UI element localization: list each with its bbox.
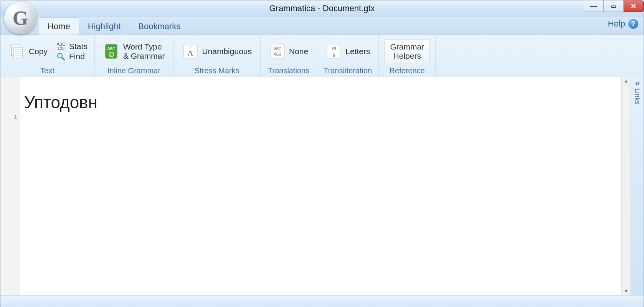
window-title: Grammatica - Document.gtx [269,3,375,13]
tab-home[interactable]: Home [39,17,79,35]
find-label: Find [69,52,85,61]
transliteration-icon: ya↓я [325,43,342,60]
stats-label: Stats [69,42,88,51]
letters-label: Letters [345,47,370,56]
popout-icon: ⧉ [636,80,639,87]
stress-a-icon: ′A [182,43,199,60]
tab-highlight[interactable]: Highlight [79,17,130,35]
window-controls: — ▭ ✕ [584,0,644,13]
word-type-grammar-button[interactable]: ABCN Word Type & Grammar [100,41,168,62]
svg-text:N: N [110,53,112,56]
ribbon-group-stress-marks: ′A Unambiguous Stress Marks [173,35,261,77]
group-label-transliteration: Transliteration [324,66,372,76]
svg-text:АБВ: АБВ [274,52,281,56]
group-label-text: Text [40,66,54,76]
copy-icon [9,43,26,60]
ribbon-group-inline-grammar: ABCN Word Type & Grammar Inline Grammar [95,35,174,77]
document-area: 1 Уптодовн ▲ ▼ ⧉ Links [0,77,644,295]
help-button[interactable]: Help ? [608,19,638,29]
svg-rect-1 [14,47,22,58]
copy-button[interactable]: Copy [6,41,51,61]
stats-button[interactable]: ABC123 Stats [54,42,89,51]
group-label-stress-marks: Stress Marks [195,66,239,76]
ribbon-group-translations: ABCАБВ None Translations [261,35,317,77]
group-label-translations: Translations [268,66,309,76]
letters-button[interactable]: ya↓я Letters [322,41,373,61]
ribbon-tab-strip: Home Highlight Bookmarks Help ? [0,17,644,35]
word-type-line1: Word Type [123,42,165,51]
find-button[interactable]: Find [54,52,89,61]
translations-icon: ABCАБВ [269,43,286,60]
book-icon: ABCN [103,43,120,60]
stats-icon: ABC123 [56,42,66,51]
unambiguous-label: Unambiguous [202,47,252,56]
line-text: Уптодовн [24,93,97,112]
copy-label: Copy [29,47,48,56]
translations-none-button[interactable]: ABCАБВ None [266,41,311,61]
line-number: 1 [14,114,17,120]
grammar-helpers-line2: Helpers [390,51,424,61]
ribbon-group-reference: Grammar Helpers Reference [379,35,436,77]
title-bar: G Grammatica - Document.gtx — ▭ ✕ [0,0,644,17]
translations-none-label: None [289,47,308,56]
svg-rect-16 [271,44,284,59]
svg-text:я: я [333,53,335,58]
unambiguous-button[interactable]: ′A Unambiguous [179,41,255,61]
app-menu-letter: G [13,7,28,30]
tab-label: Bookmarks [138,21,180,31]
minimize-button[interactable]: — [584,0,604,12]
find-icon [56,52,66,61]
app-menu-button[interactable]: G [4,2,36,34]
group-label-inline-grammar: Inline Grammar [107,66,160,76]
ribbon-group-transliteration: ya↓я Letters Transliteration [317,35,379,77]
links-label: Links [633,88,641,104]
line-gutter [0,77,20,295]
status-bar [0,295,644,307]
ribbon-group-text: Copy ABC123 Stats Find [0,35,95,77]
document-line[interactable]: 1 Уптодовн [24,89,614,116]
minimize-icon: — [590,3,597,10]
maximize-icon: ▭ [611,3,616,9]
editor[interactable]: 1 Уптодовн [20,77,621,295]
help-icon: ? [628,19,638,29]
scroll-down-icon[interactable]: ▼ [622,287,631,295]
help-label: Help [608,19,625,29]
svg-line-7 [62,58,64,60]
tab-bookmarks[interactable]: Bookmarks [129,17,189,35]
ribbon: Copy ABC123 Stats Find [0,35,644,77]
tab-label: Home [48,21,70,31]
group-label-reference: Reference [390,66,425,76]
grammar-helpers-button[interactable]: Grammar Helpers [384,40,430,63]
word-type-line2: & Grammar [123,51,165,61]
close-icon: ✕ [631,3,636,10]
close-button[interactable]: ✕ [624,0,644,12]
svg-text:A: A [187,48,193,58]
svg-text:ABC: ABC [107,47,116,51]
maximize-button[interactable]: ▭ [604,0,624,12]
grammar-helpers-line1: Grammar [390,42,424,51]
scroll-up-icon[interactable]: ▲ [622,77,631,85]
vertical-scrollbar[interactable]: ▲ ▼ [621,77,631,295]
tab-label: Highlight [88,21,121,31]
links-side-tab[interactable]: ⧉ Links [631,77,644,295]
svg-text:ABC: ABC [274,47,282,51]
